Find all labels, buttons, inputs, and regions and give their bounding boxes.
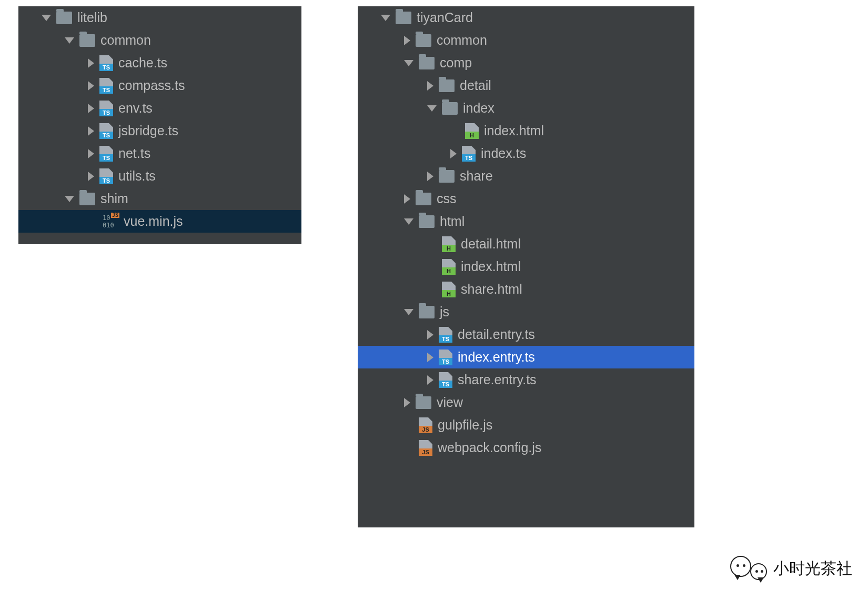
chevron-right-icon: [88, 58, 94, 68]
folder-icon: [419, 306, 435, 318]
tree-file[interactable]: TS index.ts: [358, 142, 694, 165]
tree-file[interactable]: TS cache.ts: [18, 52, 301, 74]
chevron-down-icon: [65, 37, 74, 44]
tree-file[interactable]: JS webpack.config.js: [358, 436, 694, 459]
chevron-down-icon: [404, 60, 413, 66]
chevron-right-icon: [427, 330, 433, 340]
tree-folder-html[interactable]: html: [358, 210, 694, 233]
folder-label: common: [437, 33, 487, 48]
folder-icon: [79, 34, 95, 47]
folder-icon: [419, 57, 435, 69]
tree-folder-js[interactable]: js: [358, 301, 694, 323]
tree-file[interactable]: TS net.ts: [18, 142, 301, 165]
tree-file[interactable]: JS gulpfile.js: [358, 414, 694, 436]
chevron-right-icon: [88, 172, 94, 181]
folder-label: index: [463, 101, 494, 116]
folder-icon: [442, 102, 458, 115]
tree-folder-common[interactable]: common: [18, 29, 301, 52]
folder-icon: [79, 193, 95, 205]
tree-file[interactable]: TS env.ts: [18, 97, 301, 119]
tree-file[interactable]: TS utils.ts: [18, 165, 301, 187]
folder-label: shim: [100, 191, 128, 206]
file-tree-panel-right: tiyanCard common comp detail index H ind…: [358, 6, 694, 527]
tree-file-selected[interactable]: TS index.entry.ts: [358, 346, 694, 368]
tree-file-selected[interactable]: 10010JS vue.min.js: [18, 210, 301, 233]
folder-icon: [439, 170, 455, 183]
ts-file-icon: TS: [99, 101, 113, 116]
chevron-right-icon: [427, 81, 433, 91]
html-file-icon: H: [442, 259, 456, 275]
wechat-icon: [730, 554, 767, 583]
js-file-icon: JS: [419, 417, 432, 433]
tree-folder-comp[interactable]: comp: [358, 52, 694, 74]
file-label: detail.entry.ts: [458, 327, 535, 342]
file-label: compass.ts: [118, 78, 185, 93]
chevron-down-icon: [42, 15, 51, 21]
folder-label: js: [440, 304, 449, 320]
chevron-down-icon: [65, 196, 74, 202]
tree-folder-detail[interactable]: detail: [358, 74, 694, 97]
tree-file[interactable]: H detail.html: [358, 233, 694, 255]
chevron-down-icon: [427, 105, 437, 112]
file-label: env.ts: [118, 101, 153, 116]
chevron-right-icon: [427, 375, 433, 385]
file-label: share.html: [461, 282, 522, 297]
file-label: index.html: [484, 123, 544, 138]
folder-icon: [56, 12, 72, 24]
ts-file-icon: TS: [99, 146, 113, 162]
watermark: 小时光茶社: [730, 554, 852, 583]
folder-label: detail: [460, 78, 491, 93]
folder-icon: [416, 396, 431, 409]
tree-folder-litelib[interactable]: litelib: [18, 6, 301, 29]
chevron-down-icon: [381, 15, 390, 21]
tree-file[interactable]: H index.html: [358, 119, 694, 142]
chevron-down-icon: [404, 218, 413, 225]
chevron-right-icon: [88, 126, 94, 136]
tree-folder-index[interactable]: index: [358, 97, 694, 119]
watermark-text: 小时光茶社: [773, 558, 852, 580]
html-file-icon: H: [442, 282, 456, 297]
tree-folder-share[interactable]: share: [358, 165, 694, 187]
tree-file[interactable]: TS detail.entry.ts: [358, 323, 694, 346]
file-tree-panel-left: litelib common TS cache.ts TS compass.ts…: [18, 6, 301, 244]
tree-file[interactable]: H share.html: [358, 278, 694, 301]
folder-icon: [416, 34, 431, 47]
chevron-right-icon: [88, 81, 94, 91]
file-label: utils.ts: [118, 168, 156, 184]
tree-file[interactable]: H index.html: [358, 255, 694, 278]
ts-file-icon: TS: [99, 123, 113, 139]
file-label: net.ts: [118, 146, 150, 161]
ts-file-icon: TS: [99, 168, 113, 184]
tree-folder-tiyancard[interactable]: tiyanCard: [358, 6, 694, 29]
folder-icon: [396, 12, 411, 24]
chevron-right-icon: [404, 194, 410, 204]
tree-file[interactable]: TS share.entry.ts: [358, 368, 694, 391]
file-label: cache.ts: [118, 55, 167, 71]
tree-folder-common[interactable]: common: [358, 29, 694, 52]
file-label: gulpfile.js: [438, 417, 492, 433]
chevron-right-icon: [404, 36, 410, 45]
tree-file[interactable]: TS jsbridge.ts: [18, 119, 301, 142]
file-label: jsbridge.ts: [118, 123, 178, 138]
tree-folder-shim[interactable]: shim: [18, 187, 301, 210]
chevron-right-icon: [450, 149, 457, 158]
tree-file[interactable]: TS compass.ts: [18, 74, 301, 97]
folder-label: comp: [440, 55, 472, 71]
js-binary-file-icon: 10010JS: [103, 214, 118, 229]
ts-file-icon: TS: [462, 146, 476, 162]
tree-folder-view[interactable]: view: [358, 391, 694, 414]
chevron-right-icon: [88, 149, 94, 158]
file-label: index.ts: [481, 146, 526, 161]
chevron-right-icon: [88, 104, 94, 113]
file-label: detail.html: [461, 236, 521, 252]
tree-folder-css[interactable]: css: [358, 187, 694, 210]
file-label: index.html: [461, 259, 521, 274]
file-label: share.entry.ts: [458, 372, 537, 387]
ts-file-icon: TS: [99, 55, 113, 71]
chevron-right-icon: [404, 398, 410, 407]
ts-file-icon: TS: [439, 372, 452, 388]
js-file-icon: JS: [419, 440, 432, 456]
ts-file-icon: TS: [439, 350, 452, 365]
ts-file-icon: TS: [439, 327, 452, 343]
folder-icon: [419, 215, 435, 228]
